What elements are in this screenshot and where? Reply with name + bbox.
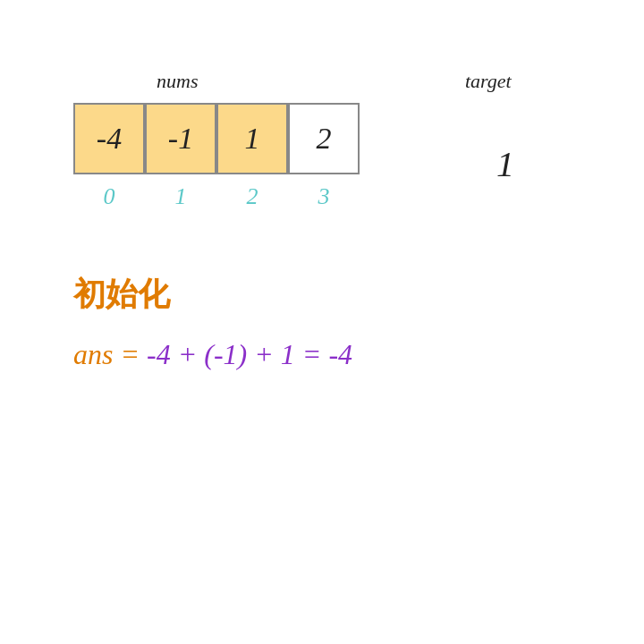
index-0: 0 (73, 183, 145, 210)
index-2: 2 (216, 183, 288, 210)
array-cell-0: -4 (73, 103, 145, 174)
array-cell-2: 1 (216, 103, 288, 174)
init-label: 初始化 (73, 273, 170, 317)
array-cell-3: 2 (288, 103, 360, 174)
target-value: 1 (496, 143, 514, 185)
ans-equation: ans = -4 + (-1) + 1 = -4 (73, 338, 352, 371)
nums-label: nums (157, 70, 198, 93)
ans-expression: -4 + (-1) + 1 = -4 (147, 338, 352, 371)
main-canvas: nums target -4 -1 1 2 0 1 2 3 1 初始化 ans … (0, 0, 644, 644)
array-container: -4 -1 1 2 (73, 103, 360, 174)
index-1: 1 (145, 183, 216, 210)
index-container: 0 1 2 3 (73, 183, 360, 210)
ans-prefix: ans = (73, 338, 147, 371)
index-3: 3 (288, 183, 360, 210)
target-label: target (465, 70, 512, 93)
array-cell-1: -1 (145, 103, 216, 174)
